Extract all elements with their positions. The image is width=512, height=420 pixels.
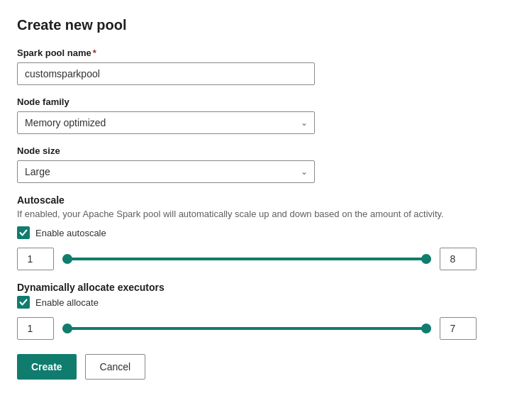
node-size-select[interactable]: Small Medium Large XLarge XXLarge [17,160,315,183]
autoscale-min-input[interactable]: 1 [17,248,54,270]
node-family-group: Node family Memory optimized Compute opt… [17,96,495,134]
autoscale-max-input[interactable]: 8 [440,248,477,270]
node-family-select[interactable]: Memory optimized Compute optimized Gener… [17,111,315,134]
executor-slider-row: 1 7 [17,317,495,340]
autoscale-section: Autoscale If enabled, your Apache Spark … [17,194,495,270]
create-button[interactable]: Create [17,354,77,380]
checkmark-icon [19,298,28,306]
autoscale-checkbox[interactable] [17,226,30,239]
node-size-group: Node size Small Medium Large XLarge XXLa… [17,145,495,183]
spark-pool-name-group: Spark pool name* [17,48,495,85]
checkmark-icon [19,228,28,237]
executor-checkbox-label: Enable allocate [35,297,99,308]
executor-checkbox-row: Enable allocate [17,296,495,309]
autoscale-title: Autoscale [17,194,495,206]
executor-title: Dynamically allocate executors [17,282,495,293]
executor-slider-wrapper [62,321,431,336]
executor-checkbox[interactable] [17,296,30,309]
required-indicator: * [93,48,96,58]
spark-pool-name-label: Spark pool name* [17,48,495,58]
node-size-label: Node size [17,145,495,156]
button-row: Create Cancel [17,354,495,380]
autoscale-slider-wrapper [62,252,431,266]
autoscale-checkbox-label: Enable autoscale [35,228,106,238]
executor-max-input[interactable]: 7 [440,317,477,340]
executor-min-input[interactable]: 1 [17,317,54,340]
node-family-select-wrapper: Memory optimized Compute optimized Gener… [17,111,315,134]
page-title: Create new pool [17,17,495,33]
autoscale-description: If enabled, your Apache Spark pool will … [17,209,471,219]
autoscale-slider-row: 1 8 [17,248,495,270]
node-family-label: Node family [17,96,495,107]
autoscale-checkbox-row: Enable autoscale [17,226,495,239]
cancel-button[interactable]: Cancel [85,354,146,380]
executor-section: Dynamically allocate executors Enable al… [17,282,495,340]
spark-pool-name-input[interactable] [17,62,315,85]
node-size-select-wrapper: Small Medium Large XLarge XXLarge ⌄ [17,160,315,183]
